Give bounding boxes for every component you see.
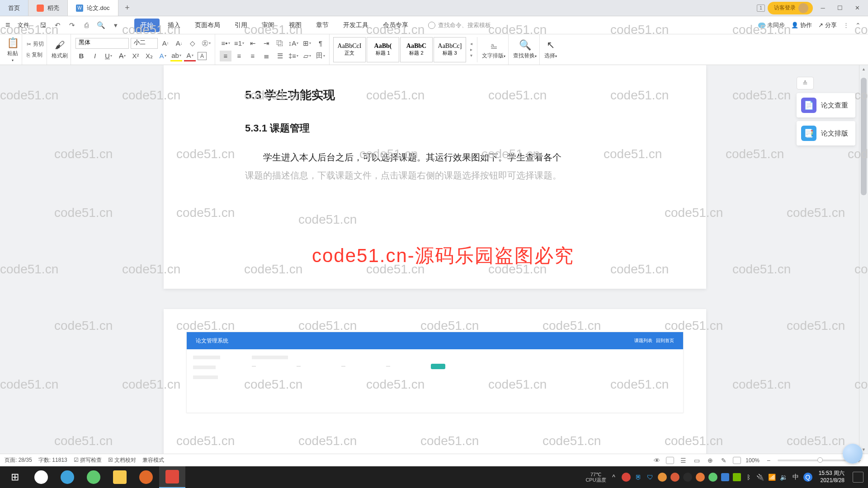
web-view-icon[interactable]: ⊕ <box>706 456 715 465</box>
login-button[interactable]: 访客登录 <box>768 2 813 14</box>
start-button[interactable]: ⊞ <box>2 466 28 488</box>
borders-icon[interactable]: 田 <box>315 51 326 61</box>
tray-clock[interactable]: 15:53 周六 2021/8/28 <box>816 470 847 484</box>
taskbar-browser[interactable] <box>80 466 107 488</box>
font-size-select[interactable]: 小二 <box>131 38 158 49</box>
decrease-indent-icon[interactable]: ⇤ <box>247 38 259 49</box>
underline-button[interactable]: U <box>103 51 114 61</box>
zoom-slider[interactable] <box>778 460 850 461</box>
taskbar-explorer[interactable] <box>107 466 133 488</box>
style-heading2[interactable]: AaBbC标题 2 <box>400 37 433 62</box>
zoom-out-icon[interactable]: − <box>764 456 773 465</box>
text-layout-button[interactable]: ⎁ 文字排版▾ <box>482 39 505 60</box>
taskbar-wps[interactable] <box>159 466 185 488</box>
paper-check-button[interactable]: 📄 论文查重 <box>797 93 855 117</box>
sync-status[interactable]: 未同步 <box>758 21 785 29</box>
menu-tab-devtools[interactable]: 开发工具 <box>337 19 375 32</box>
tray-face-icon-3[interactable] <box>670 473 679 482</box>
italic-button[interactable]: I <box>89 51 101 61</box>
shading-icon[interactable]: ▱ <box>301 51 313 61</box>
strikethrough-button[interactable]: A̶ <box>116 51 128 61</box>
menu-tab-chapter[interactable]: 章节 <box>310 19 335 32</box>
menu-tab-review[interactable]: 审阅 <box>255 19 281 32</box>
tray-app-icon[interactable] <box>721 473 729 481</box>
command-search[interactable]: 查找命令、搜索模板 <box>428 21 491 29</box>
tray-battery-icon[interactable]: 🔌 <box>756 473 764 481</box>
align-justify-icon[interactable]: ≣ <box>260 51 272 61</box>
file-menu[interactable]: 文件 <box>13 21 34 29</box>
word-count[interactable]: 字数: 11813 <box>38 456 67 464</box>
print-icon[interactable]: ⎙ <box>82 20 92 30</box>
tray-shield-icon[interactable]: ⛨ <box>634 473 642 481</box>
collab-button[interactable]: 👤协作 <box>791 21 812 29</box>
font-name-select[interactable]: 黑体 <box>75 38 129 49</box>
align-distributed-icon[interactable]: ☰ <box>274 51 286 61</box>
tray-penguin-icon[interactable] <box>683 473 692 482</box>
increase-font-icon[interactable]: A↑ <box>160 38 171 49</box>
phonetic-guide-icon[interactable]: ㉆ <box>200 38 212 49</box>
superscript-button[interactable]: X² <box>130 51 142 61</box>
read-mode-indicator[interactable]: 1 <box>757 5 765 12</box>
markup-icon[interactable]: ✎ <box>719 456 728 465</box>
document-viewport[interactable]: 图5.3 论文目录页面 5.3 学生功能实现 5.3.1 课题管理 学生进入本人… <box>0 65 859 470</box>
style-heading3[interactable]: AaBbCc]标题 3 <box>434 37 466 62</box>
paste-button[interactable]: 📋 粘贴▾ <box>6 37 19 62</box>
zoom-value[interactable]: 100% <box>745 457 760 464</box>
show-marks-icon[interactable]: ¶ <box>315 38 326 49</box>
scroll-up-icon[interactable]: ▲ <box>859 65 868 73</box>
print-preview-icon[interactable]: 🔍 <box>96 20 106 30</box>
menu-tab-member[interactable]: 会员专享 <box>377 19 415 32</box>
scrollbar-thumb[interactable] <box>861 78 867 195</box>
undo-icon[interactable]: ↶ <box>53 20 63 30</box>
text-effects-button[interactable]: A <box>157 51 169 61</box>
font-color-button[interactable]: A <box>184 51 196 61</box>
page-indicator[interactable]: 页面: 28/35 <box>5 456 32 464</box>
find-replace-button[interactable]: 🔍 查找替换▾ <box>513 39 537 60</box>
new-tab-button[interactable]: + <box>118 0 137 16</box>
asian-layout-icon[interactable]: ⿻ <box>274 38 286 49</box>
more-icon[interactable]: ⋮ <box>843 22 849 28</box>
tray-face-icon-1[interactable] <box>622 473 631 482</box>
menu-tab-references[interactable]: 引用 <box>228 19 254 32</box>
tray-ime-icon[interactable]: 中 <box>792 473 800 481</box>
hamburger-icon[interactable]: ≡ <box>3 20 13 30</box>
style-prev-icon[interactable]: ◂ <box>470 41 472 46</box>
menu-tab-view[interactable]: 视图 <box>283 19 308 32</box>
tray-face-icon-4[interactable] <box>696 473 705 482</box>
spellcheck-toggle[interactable]: ☑ 拼写检查 <box>74 456 102 464</box>
minimize-button[interactable]: ─ <box>816 2 830 14</box>
style-heading1[interactable]: AaBb(标题 1 <box>367 37 399 62</box>
line-spacing-icon[interactable]: ‡≡ <box>288 51 299 61</box>
tray-wechat-icon[interactable] <box>708 473 717 482</box>
format-painter-button[interactable]: 🖌 格式刷 <box>52 39 68 60</box>
tab-home[interactable]: 首页 <box>0 0 28 16</box>
bullets-icon[interactable]: ≡• <box>220 38 231 49</box>
save-icon[interactable]: 🖫 <box>38 20 48 30</box>
taskbar-app-1[interactable] <box>28 466 54 488</box>
taskbar-ie[interactable] <box>54 466 80 488</box>
share-button[interactable]: ↗分享 <box>818 21 837 29</box>
tray-nvidia-icon[interactable] <box>733 473 741 481</box>
highlight-button[interactable]: ab <box>170 51 182 61</box>
paper-layout-button[interactable]: 📑 论文排版 <box>797 121 855 145</box>
align-center-icon[interactable]: ≡ <box>233 51 245 61</box>
increase-indent-icon[interactable]: ⇥ <box>260 38 272 49</box>
fit-width-icon[interactable] <box>733 457 741 464</box>
tray-notifications-icon[interactable] <box>853 472 863 483</box>
tray-bluetooth-icon[interactable]: ᛒ <box>745 473 753 481</box>
assistant-bubble[interactable] <box>843 444 863 464</box>
quick-access-dropdown[interactable]: ▾ <box>111 20 121 30</box>
style-body[interactable]: AaBbCcI正文 <box>333 37 366 62</box>
close-button[interactable]: ✕ <box>850 2 864 14</box>
align-left-icon[interactable]: ≡ <box>220 51 231 61</box>
tray-face-icon-2[interactable] <box>658 473 667 482</box>
tray-q-icon[interactable]: Q <box>803 473 812 482</box>
tray-up-icon[interactable]: ^ <box>610 473 618 481</box>
subscript-button[interactable]: X₂ <box>143 51 155 61</box>
tab-daoke[interactable]: 稻壳 <box>28 0 68 16</box>
page-next[interactable]: 论文管理系统 课题列表 回到首页 ———— <box>164 309 706 470</box>
side-panel-toggle[interactable]: ≙ <box>797 77 814 89</box>
style-more-icon[interactable]: ▾ <box>470 53 472 58</box>
tray-wifi-icon[interactable]: 📶 <box>768 473 776 481</box>
select-button[interactable]: ↖ 选择▾ <box>544 39 557 60</box>
